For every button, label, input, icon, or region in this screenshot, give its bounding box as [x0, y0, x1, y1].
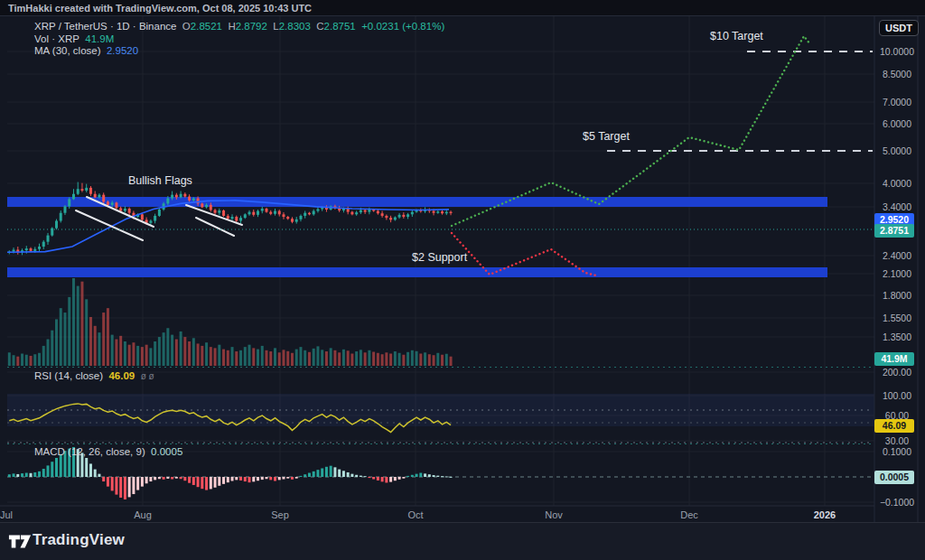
target-label-1[interactable]: $10 Target	[710, 30, 763, 42]
rsi-legend[interactable]: RSI (14, close) 46.09 ø ø	[34, 370, 154, 381]
time-label-Oct: Oct	[396, 509, 435, 520]
axis-label: 200.00	[876, 367, 918, 378]
ma-value: 2.9520	[107, 45, 138, 56]
rsi-band	[7, 394, 874, 426]
open-label: O	[182, 21, 191, 32]
support-label[interactable]: $2 Support	[412, 251, 467, 264]
axis-badge: 0.0005	[874, 471, 914, 484]
macd-value: 0.0005	[151, 446, 182, 457]
axis-label: 0.1000	[876, 446, 918, 457]
high-value: 2.8792	[236, 21, 267, 32]
axis-label: 2.1000	[876, 268, 918, 279]
time-label-Jul: Jul	[0, 509, 26, 520]
axis-label: 3.4000	[876, 201, 918, 212]
axis-label: 1.8000	[876, 290, 918, 301]
time-label-Aug: Aug	[123, 509, 163, 520]
axis-label: 7.0000	[876, 97, 918, 107]
candlestick-series	[8, 182, 453, 256]
support-zone[interactable]	[7, 267, 827, 277]
ma-30-line[interactable]	[7, 201, 449, 252]
close-value: 2.8751	[324, 21, 356, 32]
time-label-Dec: Dec	[669, 509, 709, 520]
volume-legend[interactable]: Vol · XRP 41.9M	[34, 33, 114, 44]
axis-label: 6.0000	[876, 118, 918, 129]
ma-label: MA (30, close)	[34, 45, 101, 56]
axis-label: 10.0000	[876, 46, 918, 57]
flag-channel-2-upper[interactable]	[186, 205, 242, 225]
symbol-title: XRP / TetherUS · 1D · Binance	[34, 21, 176, 32]
close-label: C	[316, 21, 323, 32]
time-label-Nov: Nov	[534, 509, 574, 520]
footer-bar: TradingView	[0, 522, 925, 560]
attribution-text: TimHakki created with TradingView.com, O…	[8, 3, 312, 14]
low-value: 2.8303	[279, 21, 311, 32]
symbol-legend[interactable]: XRP / TetherUS · 1D · Binance O2.8521 H2…	[34, 21, 444, 32]
attribution-bar: TimHakki created with TradingView.com, O…	[0, 0, 925, 16]
time-label-2026: 2026	[805, 509, 845, 520]
chart-area: XRP / TetherUS · 1D · Binance O2.8521 H2…	[0, 16, 925, 522]
axis-label: 1.5500	[876, 313, 918, 323]
volume-value: 41.9M	[85, 33, 114, 44]
macd-legend[interactable]: MACD (12, 26, close, 9) 0.0005	[34, 446, 182, 457]
resistance-zone[interactable]	[7, 197, 827, 207]
price-axis[interactable]: 10.00008.50007.00006.00005.00004.00003.4…	[874, 16, 925, 522]
ma-legend[interactable]: MA (30, close) 2.9520	[34, 45, 138, 56]
bullish-flags-label[interactable]: Bullish Flags	[128, 174, 192, 187]
axis-label: 8.5000	[876, 69, 918, 79]
tradingview-brand[interactable]: TradingView	[33, 531, 125, 549]
volume-series	[8, 278, 453, 366]
axis-label: 5.0000	[876, 145, 918, 156]
currency-button[interactable]: USDT	[879, 20, 919, 36]
time-label-Sep: Sep	[260, 509, 300, 520]
volume-label: Vol · XRP	[34, 33, 79, 44]
axis-label: 30.00	[876, 435, 918, 446]
high-label: H	[228, 21, 235, 32]
axis-label: 100.00	[876, 390, 918, 401]
axis-label: 1.3500	[876, 331, 918, 342]
rsi-label: RSI (14, close)	[34, 370, 103, 381]
rsi-source-icons: ø ø	[141, 371, 154, 381]
change-value: +0.0231 (+0.81%)	[361, 21, 444, 32]
open-value: 2.8521	[191, 21, 222, 32]
axis-label: 4.0000	[876, 178, 918, 189]
axis-label: 2.4000	[876, 250, 918, 261]
macd-label: MACD (12, 26, close, 9)	[34, 446, 145, 457]
axis-badge: 46.09	[874, 419, 914, 433]
tradingview-snapshot: TimHakki created with TradingView.com, O…	[0, 0, 925, 560]
target-label-2[interactable]: $5 Target	[583, 130, 630, 143]
time-axis[interactable]: JulAugSepOctNovDec2026	[0, 506, 925, 522]
axis-badge: 41.9M	[874, 352, 914, 366]
tradingview-logo-icon[interactable]	[8, 531, 32, 553]
rsi-value: 46.09	[108, 370, 135, 381]
axis-badge: 2.8751	[874, 224, 914, 238]
